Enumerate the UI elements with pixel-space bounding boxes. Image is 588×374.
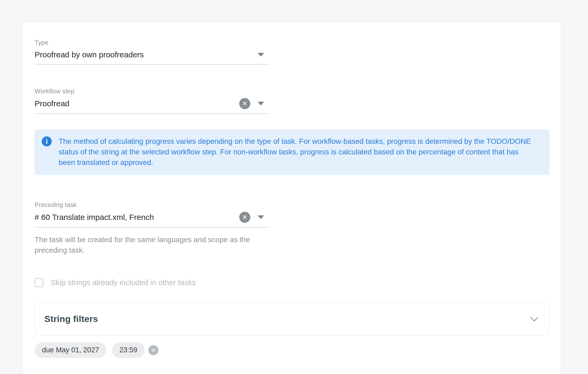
chevron-down-icon[interactable] <box>530 313 538 321</box>
clear-icon[interactable]: ✕ <box>239 98 250 109</box>
chevron-down-icon[interactable] <box>258 102 264 105</box>
deadline-chips-row: due May 01, 2027 23:59 ✕ <box>35 342 549 358</box>
preceding-task-field: Preceding task # 60 Translate impact.xml… <box>35 201 270 228</box>
preceding-task-label: Preceding task <box>35 201 270 209</box>
workflow-step-select-value: Proofread <box>35 98 69 109</box>
task-settings-card: Type Proofread by own proofreaders Workf… <box>22 22 561 374</box>
chevron-down-icon[interactable] <box>258 53 264 57</box>
skip-strings-row: Skip strings already included in other t… <box>35 278 549 287</box>
workflow-step-field: Workflow step Proofread ✕ <box>35 87 270 114</box>
preceding-task-select-value: # 60 Translate impact.xml, French <box>35 212 154 223</box>
skip-strings-label: Skip strings already included in other t… <box>51 278 196 287</box>
type-label: Type <box>35 39 270 46</box>
type-select[interactable]: Proofread by own proofreaders <box>35 49 270 65</box>
due-date-chip[interactable]: due May 01, 2027 <box>35 342 106 358</box>
skip-strings-checkbox[interactable] <box>35 278 43 287</box>
preceding-task-help-text: The task will be created for the same la… <box>35 234 275 256</box>
clear-icon[interactable]: ✕ <box>239 212 250 223</box>
string-filters-panel-header[interactable]: String filters <box>35 302 549 335</box>
preceding-task-select[interactable]: # 60 Translate impact.xml, French ✕ <box>35 212 270 228</box>
workflow-step-label: Workflow step <box>35 87 270 95</box>
remove-deadline-icon[interactable]: ✕ <box>148 345 158 355</box>
string-filters-title: String filters <box>44 314 98 324</box>
due-time-chip[interactable]: 23:59 <box>112 342 145 358</box>
type-select-value: Proofread by own proofreaders <box>35 49 144 60</box>
progress-info-note: i The method of calculating progress var… <box>35 130 549 175</box>
progress-info-text: The method of calculating progress varie… <box>59 136 534 168</box>
chevron-down-icon[interactable] <box>258 215 264 219</box>
workflow-step-select[interactable]: Proofread ✕ <box>35 98 270 114</box>
type-field: Type Proofread by own proofreaders <box>35 39 270 65</box>
info-icon: i <box>42 136 52 146</box>
